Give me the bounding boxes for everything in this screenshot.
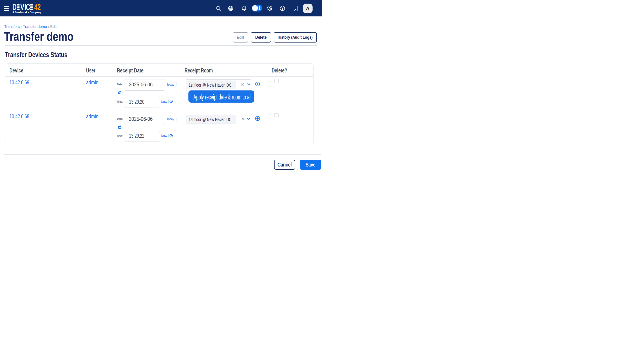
svg-text:D: D (12, 3, 17, 12)
svg-text:C: C (26, 3, 30, 12)
svg-text:42: 42 (34, 3, 41, 12)
svg-text:A Freshworks Company: A Freshworks Company (12, 11, 41, 14)
svg-text:V: V (20, 3, 24, 12)
